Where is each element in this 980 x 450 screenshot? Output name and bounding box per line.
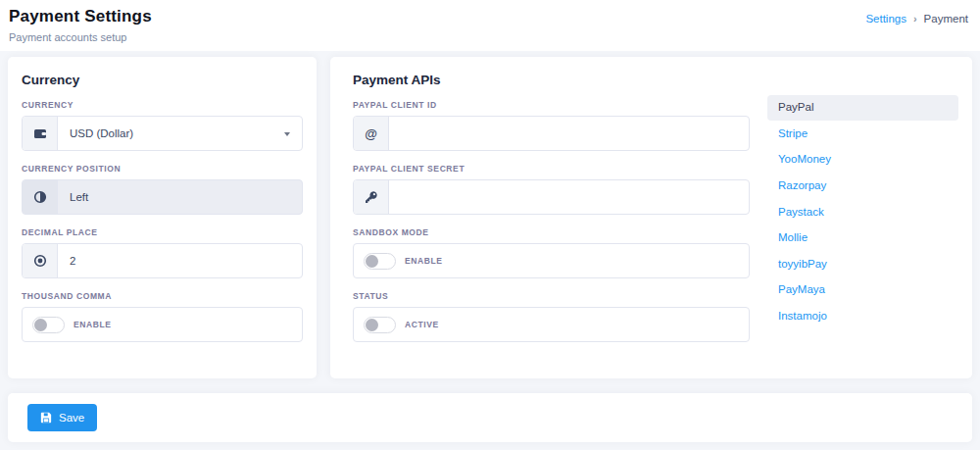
- wallet-icon: [23, 117, 58, 150]
- status-toggle-label: ACTIVE: [405, 320, 439, 329]
- breadcrumb-current: Payment: [924, 13, 968, 25]
- breadcrumb-settings-link[interactable]: Settings: [865, 13, 906, 25]
- payment-method-column: PayPalStripeYooMoneyRazorpayPaystackMoll…: [767, 87, 958, 342]
- payment-method-list: PayPalStripeYooMoneyRazorpayPaystackMoll…: [767, 95, 958, 327]
- decimal-place-field[interactable]: [22, 243, 303, 278]
- save-button[interactable]: Save: [27, 404, 97, 431]
- key-icon: [354, 180, 389, 214]
- payment-method-toyyibpay[interactable]: toyyibPay: [767, 252, 958, 277]
- currency-select[interactable]: USD (Dollar): [22, 116, 303, 151]
- page-heading-block: Payment Settings Payment accounts setup: [9, 7, 152, 43]
- payment-apis-form: PAYPAL CLIENT ID @ PAYPAL CLIENT SECRET: [353, 87, 750, 342]
- decimal-place-label: DECIMAL PLACE: [22, 227, 303, 237]
- currency-position-label: CURRENCY POSITION: [22, 164, 303, 174]
- currency-card: Currency CURRENCY USD (Dollar) CURRENCY …: [8, 57, 317, 378]
- payment-method-mollie[interactable]: Mollie: [767, 225, 958, 251]
- sandbox-mode-box: ENABLE: [353, 243, 750, 278]
- paypal-client-secret-label: PAYPAL CLIENT SECRET: [353, 164, 750, 174]
- payment-method-razorpay[interactable]: Razorpay: [767, 174, 958, 199]
- save-button-label: Save: [59, 412, 84, 424]
- toggle-knob: [34, 319, 47, 331]
- paypal-client-id-field[interactable]: @: [353, 116, 750, 151]
- currency-position-field: Left: [22, 179, 303, 215]
- toggle-knob: [366, 255, 378, 268]
- dot-circle-icon: [23, 244, 58, 277]
- content-area: Currency CURRENCY USD (Dollar) CURRENCY …: [0, 51, 980, 378]
- paypal-client-secret-field[interactable]: [353, 179, 750, 215]
- payment-apis-title: Payment APIs: [353, 73, 958, 87]
- thousand-comma-label: THOUSAND COMMA: [22, 291, 303, 301]
- paypal-client-id-input[interactable]: [389, 117, 749, 150]
- payment-method-stripe[interactable]: Stripe: [767, 122, 958, 147]
- currency-label: CURRENCY: [22, 100, 303, 110]
- currency-select-value: USD (Dollar): [58, 117, 302, 150]
- payment-method-paypal[interactable]: PayPal: [767, 95, 958, 121]
- decimal-place-input[interactable]: [58, 244, 302, 277]
- payment-method-paystack[interactable]: Paystack: [767, 200, 958, 225]
- payment-apis-card: Payment APIs PAYPAL CLIENT ID @ PAYPAL C…: [330, 57, 972, 378]
- payment-method-instamojo[interactable]: Instamojo: [767, 304, 958, 327]
- thousand-comma-toggle-label: ENABLE: [74, 320, 112, 329]
- at-icon: @: [354, 117, 389, 150]
- save-icon: [40, 412, 52, 424]
- payment-method-paymaya[interactable]: PayMaya: [767, 277, 958, 303]
- status-toggle[interactable]: [364, 317, 396, 333]
- sandbox-mode-toggle-label: ENABLE: [405, 256, 443, 266]
- currency-position-value: Left: [58, 180, 302, 214]
- page-subtitle: Payment accounts setup: [9, 31, 152, 43]
- page-header: Payment Settings Payment accounts setup …: [0, 0, 980, 51]
- payment-apis-columns: PAYPAL CLIENT ID @ PAYPAL CLIENT SECRET: [353, 87, 958, 342]
- page-title: Payment Settings: [9, 7, 152, 26]
- thousand-comma-box: ENABLE: [22, 307, 303, 342]
- breadcrumb-chevron-icon: ›: [913, 13, 917, 25]
- thousand-comma-toggle[interactable]: [32, 317, 65, 333]
- status-label: STATUS: [353, 291, 750, 301]
- sandbox-mode-toggle[interactable]: [364, 253, 396, 270]
- currency-card-title: Currency: [22, 73, 303, 87]
- footer-bar: Save: [8, 393, 972, 442]
- paypal-client-id-label: PAYPAL CLIENT ID: [353, 100, 750, 110]
- breadcrumb: Settings › Payment: [865, 13, 968, 25]
- paypal-client-secret-input[interactable]: [389, 180, 749, 214]
- payment-method-yoomoney[interactable]: YooMoney: [767, 147, 958, 173]
- toggle-knob: [366, 319, 378, 331]
- chevron-down-icon: [284, 132, 290, 136]
- sandbox-mode-label: SANDBOX MODE: [353, 227, 750, 237]
- status-box: ACTIVE: [353, 307, 750, 342]
- adjust-icon: [23, 180, 58, 214]
